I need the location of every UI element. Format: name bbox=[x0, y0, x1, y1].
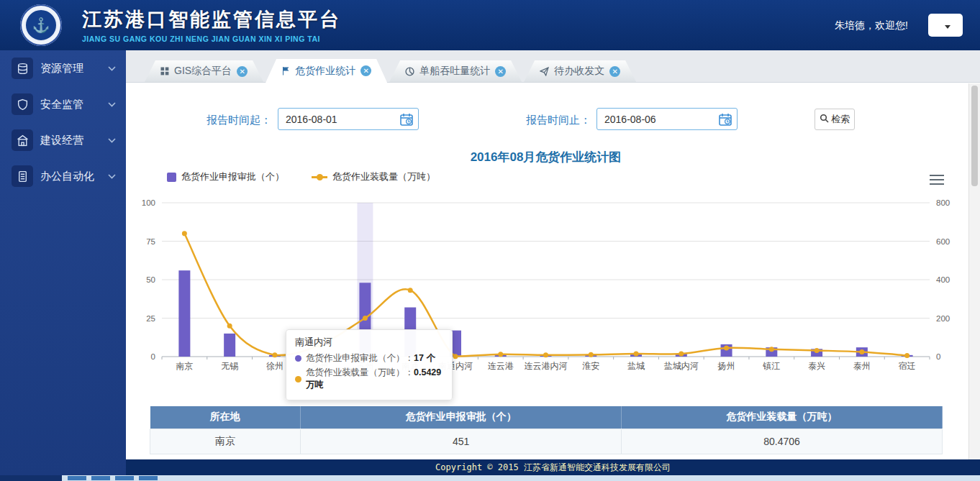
database-icon bbox=[12, 58, 33, 79]
app-subtitle: JIANG SU GANG KOU ZHI NENG JIAN GUAN XIN… bbox=[82, 35, 341, 43]
map-icon bbox=[160, 67, 169, 75]
taskbar-item bbox=[68, 476, 86, 480]
shield-icon bbox=[12, 93, 33, 115]
chart-tooltip: 南通内河 危货作业申报审批（个）：17 个危货作业装载量（万吨）：0.5429万… bbox=[286, 329, 453, 400]
sidebar-item-label: 安全监管 bbox=[40, 98, 108, 111]
tab-1[interactable]: GIS综合平台✕ bbox=[145, 60, 263, 82]
tooltip-row: 危货作业申报审批（个）：17 个 bbox=[295, 352, 443, 365]
app-titles: 江苏港口智能监管信息平台 JIANG SU GANG KOU ZHI NENG … bbox=[82, 6, 341, 43]
chart-title: 2016年08月危货作业统计图 bbox=[126, 149, 966, 165]
tooltip-value: 17 个 bbox=[414, 353, 435, 363]
sidebar-item-4[interactable]: 办公自动化 bbox=[0, 158, 126, 194]
tab-label: 单船吞吐量统计 bbox=[419, 65, 490, 78]
close-icon[interactable]: ✕ bbox=[237, 66, 248, 77]
svg-text:镇江: 镇江 bbox=[762, 361, 780, 371]
close-icon[interactable]: ✕ bbox=[360, 65, 371, 76]
report-end-label: 报告时间止： bbox=[526, 114, 591, 127]
legend-item[interactable]: 危货作业申报审批（个） bbox=[167, 170, 284, 183]
sidebar-item-1[interactable]: 资源管理 bbox=[0, 50, 126, 86]
report-start-input[interactable] bbox=[278, 108, 419, 130]
svg-text:淮安: 淮安 bbox=[582, 361, 599, 371]
tab-label: GIS综合平台 bbox=[174, 65, 232, 78]
flag-icon bbox=[281, 66, 290, 75]
tab-bar: GIS综合平台✕危货作业统计✕单船吞吐量统计✕待办收发文✕ bbox=[126, 50, 980, 83]
svg-text:0: 0 bbox=[936, 352, 940, 361]
chevron-down-icon bbox=[108, 102, 116, 107]
chevron-down-icon bbox=[108, 66, 116, 71]
svg-text:连云港: 连云港 bbox=[488, 361, 514, 371]
pie-chart-icon bbox=[405, 67, 414, 76]
tooltip-row: 危货作业装载量（万吨）：0.5429万吨 bbox=[295, 367, 443, 391]
search-button[interactable]: 检索 bbox=[815, 109, 855, 130]
svg-text:50: 50 bbox=[146, 275, 155, 284]
app-title: 江苏港口智能监管信息平台 bbox=[82, 6, 341, 32]
table-header-cell: 危货作业申报审批（个） bbox=[301, 406, 622, 429]
search-button-label: 检索 bbox=[831, 113, 850, 126]
welcome-text: 朱培德，欢迎您! bbox=[835, 19, 908, 32]
svg-text:25: 25 bbox=[146, 314, 155, 323]
anchor-icon: ⚓ bbox=[24, 9, 58, 42]
chevron-down-icon bbox=[108, 174, 116, 179]
svg-text:盐城: 盐城 bbox=[627, 361, 645, 371]
tooltip-title: 南通内河 bbox=[295, 336, 443, 349]
calendar-icon[interactable] bbox=[399, 112, 414, 129]
line-swatch-icon bbox=[312, 176, 327, 178]
scrollbar-thumb[interactable] bbox=[971, 86, 978, 186]
tab-2[interactable]: 危货作业统计✕ bbox=[266, 59, 387, 83]
legend-label: 危货作业装载量（万吨） bbox=[332, 170, 435, 183]
svg-text:100: 100 bbox=[142, 198, 155, 207]
svg-text:泰州: 泰州 bbox=[853, 361, 871, 371]
svg-text:800: 800 bbox=[936, 198, 950, 207]
search-icon bbox=[820, 114, 829, 125]
svg-text:南京: 南京 bbox=[176, 361, 193, 371]
sidebar: 资源管理安全监管建设经营办公自动化 bbox=[0, 50, 126, 475]
page-footer: Copyright © 2015 江苏省新通智能交通科技发展有限公司 bbox=[126, 459, 980, 475]
legend-item[interactable]: 危货作业装载量（万吨） bbox=[312, 170, 435, 183]
sidebar-item-2[interactable]: 安全监管 bbox=[0, 86, 126, 122]
table-cell: 南京 bbox=[150, 429, 301, 454]
tab-label: 待办收发文 bbox=[554, 65, 604, 78]
sidebar-item-label: 办公自动化 bbox=[40, 170, 108, 183]
copyright-text: Copyright © 2015 江苏省新通智能交通科技发展有限公司 bbox=[435, 462, 671, 474]
tooltip-label: 危货作业装载量（万吨）： bbox=[306, 367, 414, 377]
taskbar-item bbox=[91, 476, 110, 480]
taskbar-item bbox=[115, 476, 134, 480]
svg-text:200: 200 bbox=[936, 314, 950, 323]
svg-text:徐州: 徐州 bbox=[266, 361, 283, 371]
svg-text:泰兴: 泰兴 bbox=[808, 361, 825, 371]
chevron-down-icon bbox=[108, 138, 116, 143]
chart-toolbox-menu-icon[interactable] bbox=[930, 175, 944, 188]
tab-3[interactable]: 单船吞吐量统计✕ bbox=[389, 60, 522, 82]
close-icon[interactable]: ✕ bbox=[609, 66, 620, 77]
svg-text:宿迁: 宿迁 bbox=[899, 361, 916, 371]
close-icon[interactable]: ✕ bbox=[495, 66, 506, 77]
svg-text:无锡: 无锡 bbox=[221, 361, 238, 371]
vertical-scrollbar[interactable] bbox=[968, 83, 980, 459]
svg-text:600: 600 bbox=[936, 237, 950, 246]
sidebar-item-label: 资源管理 bbox=[40, 62, 108, 75]
user-menu-button[interactable] bbox=[928, 14, 963, 37]
dangerous-goods-chart[interactable]: 02550751000200400600800南京无锡徐州常州苏州南通南通内河连… bbox=[130, 184, 957, 385]
svg-text:连云港内河: 连云港内河 bbox=[525, 361, 568, 371]
taskbar-strip bbox=[0, 475, 980, 481]
svg-text:扬州: 扬州 bbox=[717, 361, 735, 371]
report-end-input[interactable] bbox=[596, 108, 738, 130]
table-header-cell: 所在地 bbox=[150, 406, 301, 429]
svg-text:75: 75 bbox=[146, 237, 155, 246]
tab-4[interactable]: 待办收发文✕ bbox=[524, 60, 636, 82]
table-cell: 80.4706 bbox=[622, 429, 943, 454]
bar-swatch-icon bbox=[167, 173, 176, 182]
chart-legend: 危货作业申报审批（个）危货作业装载量（万吨） bbox=[167, 170, 435, 183]
building-icon bbox=[12, 129, 33, 151]
caret-down-icon bbox=[945, 20, 950, 31]
document-icon bbox=[12, 165, 33, 187]
calendar-icon[interactable] bbox=[718, 112, 732, 129]
sidebar-item-label: 建设经营 bbox=[40, 134, 108, 147]
app-logo-icon: ⚓ bbox=[20, 4, 62, 46]
svg-text:0: 0 bbox=[151, 352, 155, 361]
table-row: 南京45180.4706 bbox=[150, 429, 943, 454]
taskbar-item bbox=[139, 476, 158, 480]
table-header-cell: 危货作业装载量（万吨） bbox=[622, 406, 943, 429]
sidebar-item-3[interactable]: 建设经营 bbox=[0, 122, 126, 158]
svg-text:盐城内河: 盐城内河 bbox=[664, 361, 699, 371]
